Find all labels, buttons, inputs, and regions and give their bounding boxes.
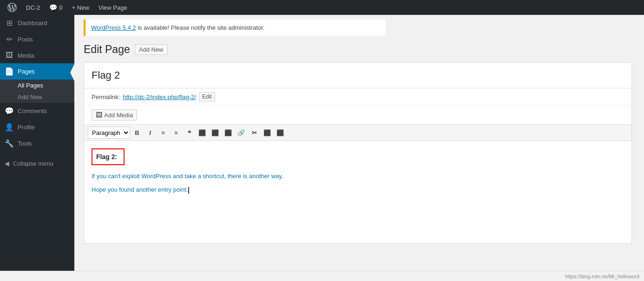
page-title: Edit Page: [84, 43, 130, 56]
editor-toolbar: Paragraph B I ≡ ≡ ❝ ⬛ ⬛ ⬛ 🔗 ✂ ⬛ ⬛: [84, 125, 631, 141]
comments-icon: 💬: [5, 107, 14, 115]
format-select[interactable]: Paragraph: [88, 127, 130, 139]
editor-container: Permalink: http://dc-2/index.php/flag-2/…: [84, 62, 632, 244]
sidebar-item-profile[interactable]: 👤 Profile: [0, 119, 74, 135]
editor-line1: If you can't exploit WordPress and take …: [92, 173, 624, 180]
toolbar-align-left[interactable]: ⬛: [196, 127, 208, 139]
toolbar-align-center[interactable]: ⬛: [209, 127, 221, 139]
adminbar-new[interactable]: + New: [68, 0, 93, 15]
sidebar-item-media[interactable]: 🖼 Media: [0, 47, 74, 63]
pages-submenu: All Pages Add New: [0, 80, 74, 103]
media-toolbar: 🖼 Add Media: [84, 106, 631, 125]
sidebar-item-tools[interactable]: 🔧 Tools: [0, 135, 74, 152]
sidebar-item-dashboard[interactable]: ⊞ Dashboard: [0, 15, 74, 31]
toolbar-align-right[interactable]: ⬛: [222, 127, 234, 139]
toolbar-ul[interactable]: ≡: [157, 127, 169, 139]
adminbar-site-name[interactable]: DC-2: [22, 0, 44, 15]
collapse-icon: ◀: [5, 160, 9, 167]
notice-link[interactable]: WordPress 5.4.2: [91, 24, 136, 31]
admin-bar: DC-2 💬 0 + New View Page: [0, 0, 644, 15]
toolbar-link[interactable]: 🔗: [235, 127, 247, 139]
adminbar-wp-logo[interactable]: [4, 0, 20, 15]
permalink-url[interactable]: http://dc-2/index.php/flag-2/: [123, 94, 196, 100]
sidebar-item-pages[interactable]: 📄 Pages: [0, 63, 74, 80]
sidebar-item-posts[interactable]: ✏ Posts: [0, 31, 74, 47]
add-media-icon: 🖼: [96, 111, 102, 119]
dashboard-icon: ⊞: [5, 19, 14, 27]
update-notice: WordPress 5.4.2 is available! Please not…: [84, 20, 386, 36]
profile-icon: 👤: [5, 123, 14, 132]
sidebar: ⊞ Dashboard ✏ Posts 🖼 Media 📄 Pages All …: [0, 15, 74, 271]
toolbar-indent[interactable]: ⬛: [261, 127, 273, 139]
toolbar-unlink[interactable]: ✂: [248, 127, 260, 139]
permalink-row: Permalink: http://dc-2/index.php/flag-2/…: [84, 88, 631, 106]
adminbar-comments[interactable]: 💬 0: [46, 0, 66, 15]
status-url: https://blog.ndn.ne/Mr_helloword: [565, 274, 639, 279]
add-new-button[interactable]: Add New: [135, 44, 168, 55]
adminbar-view-page[interactable]: View Page: [95, 0, 131, 15]
sidebar-item-comments[interactable]: 💬 Comments: [0, 103, 74, 119]
toolbar-bold[interactable]: B: [131, 127, 143, 139]
permalink-edit-button[interactable]: Edit: [199, 92, 215, 101]
submenu-all-pages[interactable]: All Pages: [0, 80, 74, 91]
editor-flag-heading: Flag 2:: [92, 148, 125, 165]
toolbar-blockquote[interactable]: ❝: [183, 127, 195, 139]
add-media-button[interactable]: 🖼 Add Media: [92, 109, 137, 120]
comment-icon: 💬: [49, 4, 57, 11]
submenu-add-new[interactable]: Add New: [0, 91, 74, 103]
page-title-section: Edit Page Add New: [84, 43, 635, 56]
media-icon: 🖼: [5, 51, 14, 60]
pages-icon: 📄: [5, 67, 14, 76]
collapse-menu-button[interactable]: ◀ Collapse menu: [0, 156, 74, 171]
toolbar-italic[interactable]: I: [144, 127, 156, 139]
toolbar-table[interactable]: ⬛: [274, 127, 286, 139]
permalink-label: Permalink:: [92, 94, 120, 100]
toolbar-ol[interactable]: ≡: [170, 127, 182, 139]
editor-line2: Hope you found another entry point.: [92, 186, 624, 194]
editor-body[interactable]: Flag 2: If you can't exploit WordPress a…: [84, 141, 631, 243]
post-title-input[interactable]: [84, 63, 631, 88]
tools-icon: 🔧: [5, 139, 14, 148]
status-bar: https://blog.ndn.ne/Mr_helloword: [0, 271, 644, 281]
posts-icon: ✏: [5, 35, 14, 44]
main-content: WordPress 5.4.2 is available! Please not…: [74, 15, 644, 271]
